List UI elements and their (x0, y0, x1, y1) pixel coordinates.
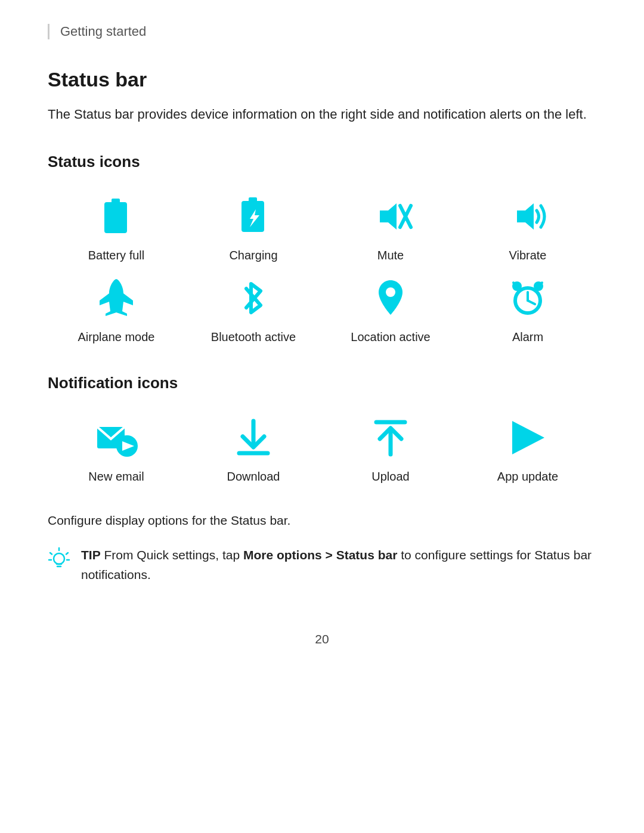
icon-cell-download: Download (185, 414, 322, 484)
notification-icons-heading: Notification icons (48, 374, 596, 392)
app-update-label: App update (497, 470, 558, 484)
email-icon (92, 414, 140, 462)
upload-icon (367, 414, 414, 462)
svg-rect-1 (112, 199, 120, 203)
svg-point-30 (54, 553, 64, 564)
icon-cell-alarm: Alarm (459, 274, 596, 344)
svg-line-27 (66, 553, 68, 555)
app-update-icon (504, 414, 552, 462)
configure-text: Configure display options for the Status… (48, 513, 596, 528)
page-number: 20 (48, 632, 596, 646)
svg-rect-3 (249, 197, 257, 202)
bluetooth-icon (230, 274, 277, 322)
icon-cell-battery-full: Battery full (48, 193, 185, 262)
icon-cell-bluetooth: Bluetooth active (185, 274, 322, 344)
icon-cell-charging: Charging (185, 193, 322, 262)
icon-cell-app-update: App update (459, 414, 596, 484)
tip-bold-text: More options > Status bar (243, 548, 397, 562)
page-title: Status bar (48, 68, 596, 91)
breadcrumb: Getting started (48, 24, 596, 39)
svg-rect-0 (104, 202, 127, 233)
charging-label: Charging (229, 249, 277, 262)
svg-line-26 (50, 553, 52, 555)
status-icons-grid: Battery full Charging Mute Vibrate (48, 193, 596, 344)
icon-cell-upload: Upload (322, 414, 459, 484)
svg-marker-8 (517, 203, 534, 230)
airplane-icon (92, 274, 140, 322)
battery-full-icon (92, 193, 140, 240)
vibrate-label: Vibrate (509, 249, 546, 262)
email-label: New email (88, 470, 144, 484)
tip-text: From Quick settings, tap (101, 548, 243, 562)
icon-cell-location: Location active (322, 274, 459, 344)
battery-full-label: Battery full (88, 249, 144, 262)
icon-cell-mute: Mute (322, 193, 459, 262)
tip-label: TIP (81, 548, 101, 562)
section-description: The Status bar provides device informati… (48, 104, 596, 124)
status-icons-heading: Status icons (48, 153, 596, 171)
upload-label: Upload (371, 470, 409, 484)
bluetooth-label: Bluetooth active (211, 330, 296, 344)
icon-cell-airplane: Airplane mode (48, 274, 185, 344)
svg-point-9 (386, 287, 395, 297)
icon-cell-email: New email (48, 414, 185, 484)
location-icon (367, 274, 414, 322)
vibrate-icon (504, 193, 552, 240)
download-label: Download (227, 470, 280, 484)
svg-marker-5 (380, 203, 397, 230)
alarm-label: Alarm (512, 330, 543, 344)
tip-content: TIP From Quick settings, tap More option… (81, 546, 596, 584)
charging-icon (230, 193, 277, 240)
notification-icons-grid: New email Download Upload App update (48, 414, 596, 484)
mute-icon (367, 193, 414, 240)
download-icon (230, 414, 277, 462)
alarm-icon (504, 274, 552, 322)
location-label: Location active (351, 330, 430, 344)
tip-lightbulb-icon (48, 547, 70, 575)
icon-cell-vibrate: Vibrate (459, 193, 596, 262)
airplane-label: Airplane mode (78, 330, 155, 344)
mute-label: Mute (377, 249, 404, 262)
tip-box: TIP From Quick settings, tap More option… (48, 546, 596, 584)
